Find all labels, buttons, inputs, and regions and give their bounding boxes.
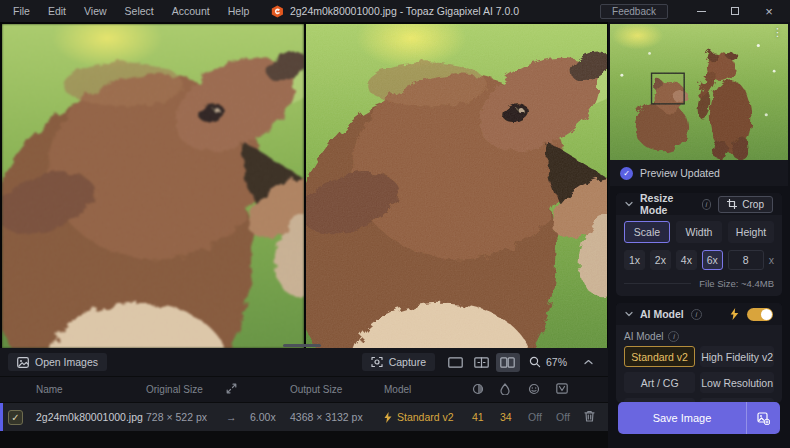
single-view-button[interactable]	[444, 353, 468, 372]
model-art-cg-button[interactable]: Art / CG	[624, 372, 695, 393]
viewer-toolbar: Open Images Capture	[0, 348, 608, 376]
main-area: Open Images Capture	[0, 22, 608, 448]
row-model-label: Standard v2	[397, 411, 454, 423]
info-icon: i	[691, 309, 702, 320]
col-model: Model	[384, 384, 472, 395]
window-title-area: 2g24m0k80001000.jpg - Topaz Gigapixel AI…	[271, 5, 519, 18]
horizontal-scrollbar[interactable]	[283, 344, 321, 347]
preview-image-pane[interactable]	[306, 24, 608, 348]
minimize-button[interactable]	[684, 0, 718, 22]
model-low-resolution-button[interactable]: Low Resolution	[700, 372, 774, 393]
capture-label: Capture	[389, 356, 426, 368]
lightning-icon	[730, 308, 739, 320]
resize-mode-section: Resize Mode i Crop Scale Width Height	[616, 193, 782, 296]
ai-auto-toggle[interactable]	[747, 308, 773, 321]
view-mode-group	[444, 353, 520, 372]
factor-1x-button[interactable]: 1x	[624, 250, 645, 270]
menu-select[interactable]: Select	[116, 2, 163, 20]
col-output-size: Output Size	[290, 384, 384, 395]
menu-file[interactable]: File	[4, 2, 39, 20]
row-selected-indicator	[0, 403, 3, 431]
preview-check-icon: ✓	[620, 167, 633, 180]
ai-model-label: AI Model	[624, 331, 663, 342]
maximize-button[interactable]	[718, 0, 752, 22]
menu-help[interactable]: Help	[219, 2, 259, 20]
denoise-icon	[472, 383, 484, 395]
upscaled-bear-image	[306, 24, 608, 348]
chevron-down-icon	[625, 201, 633, 207]
menu-bar: File Edit View Select Account Help	[0, 2, 258, 20]
mode-height-button[interactable]: Height	[728, 221, 774, 243]
file-size-estimate: File Size: ~4.4MB	[699, 278, 774, 289]
file-size-row: File Size: ~4.4MB	[624, 278, 774, 289]
thumbnail-menu-icon[interactable]: ⋮	[772, 26, 783, 39]
open-images-button[interactable]: Open Images	[8, 353, 107, 371]
row-checkbox[interactable]: ✓	[8, 410, 23, 425]
chevron-up-icon	[584, 359, 593, 365]
factor-2x-button[interactable]: 2x	[650, 250, 671, 270]
zoom-control[interactable]: 67%	[529, 356, 567, 368]
split-view-icon	[474, 357, 489, 368]
single-view-icon	[448, 357, 463, 368]
side-by-side-view-button[interactable]	[496, 353, 520, 372]
crop-label: Crop	[742, 199, 764, 210]
preview-status-label: Preview Updated	[640, 167, 720, 179]
zoom-level: 67%	[546, 356, 567, 368]
face-recovery-icon	[528, 383, 540, 395]
factor-6x-button[interactable]: 6x	[702, 250, 723, 270]
export-image-icon	[757, 412, 770, 425]
menu-view[interactable]: View	[75, 2, 116, 20]
window-title: 2g24m0k80001000.jpg - Topaz Gigapixel AI…	[290, 5, 519, 17]
factor-4x-button[interactable]: 4x	[676, 250, 697, 270]
mode-scale-button[interactable]: Scale	[624, 221, 670, 243]
menu-edit[interactable]: Edit	[39, 2, 75, 20]
model-high-fidelity-v2-button[interactable]: High Fidelity v2	[700, 346, 774, 367]
feedback-button[interactable]: Feedback	[600, 4, 668, 19]
right-panel: ⋮ ✓ Preview Updated Resize Mode i	[608, 22, 790, 448]
resize-mode-header[interactable]: Resize Mode i Crop	[616, 193, 782, 215]
titlebar-right: Feedback ×	[600, 0, 790, 22]
split-view-button[interactable]	[470, 353, 494, 372]
original-image-pane[interactable]	[2, 24, 304, 348]
collapse-panel-button[interactable]	[576, 353, 600, 372]
chevron-down-icon	[625, 311, 633, 317]
side-by-side-view-icon	[500, 357, 515, 368]
resize-mode-buttons: Scale Width Height	[624, 221, 774, 243]
crop-icon	[727, 199, 737, 209]
navigation-thumbnail[interactable]: ⋮	[610, 24, 788, 160]
lightning-icon	[384, 412, 392, 423]
crop-button[interactable]: Crop	[718, 196, 773, 213]
save-image-button[interactable]: Save Image	[618, 402, 780, 434]
deblur-icon	[500, 383, 510, 395]
image-icon	[17, 357, 29, 368]
menu-account[interactable]: Account	[163, 2, 219, 20]
capture-button[interactable]: Capture	[362, 353, 435, 371]
magnifier-icon	[529, 356, 541, 368]
row-face-recovery-value: Off	[528, 411, 556, 423]
save-options-button[interactable]	[746, 402, 780, 434]
ai-model-grid: Standard v2 High Fidelity v2 Art / CG Lo…	[624, 346, 774, 403]
custom-scale-input[interactable]	[728, 250, 764, 270]
app-window: File Edit View Select Account Help 2g24m…	[0, 0, 790, 448]
maximize-icon	[731, 7, 739, 15]
preview-status-row: ✓ Preview Updated	[610, 160, 788, 186]
ai-model-section: AI Model i AI Model i Standard v2 High F…	[616, 303, 782, 403]
resize-icon	[226, 383, 237, 394]
close-icon: ×	[765, 5, 773, 18]
arrow-right-icon: →	[226, 411, 250, 423]
close-button[interactable]: ×	[752, 0, 786, 22]
queue-row[interactable]: ✓ 2g24m0k80001000.jpg 728 × 522 px → 6.0…	[0, 403, 608, 431]
ai-model-header[interactable]: AI Model i	[616, 303, 782, 325]
mode-width-button[interactable]: Width	[676, 221, 722, 243]
gamma-icon	[556, 383, 568, 394]
capture-icon	[371, 356, 383, 368]
model-standard-v2-button[interactable]: Standard v2	[624, 346, 695, 367]
row-model: Standard v2	[384, 411, 472, 423]
titlebar: File Edit View Select Account Help 2g24m…	[0, 0, 790, 22]
open-images-label: Open Images	[35, 356, 98, 368]
comparison-canvas	[0, 22, 608, 348]
save-image-label: Save Image	[618, 412, 746, 424]
scale-factor-buttons: 1x 2x 4x 6x x	[624, 250, 774, 270]
minimize-icon	[697, 11, 706, 12]
queue-header: Name Original Size Output Size Model	[0, 377, 608, 402]
